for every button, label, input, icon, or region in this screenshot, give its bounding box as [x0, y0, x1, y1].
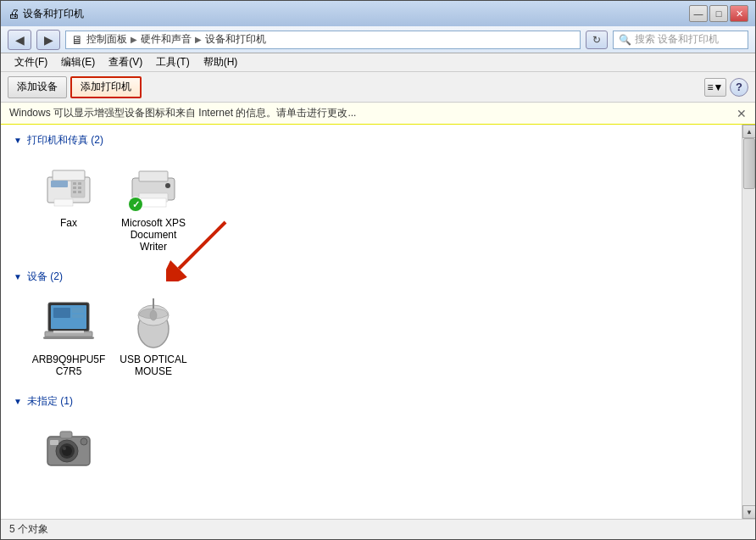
default-badge: ✓	[128, 197, 143, 212]
address-bar: ◀ ▶ 🖥 控制面板 ▶ 硬件和声音 ▶ 设备和打印机 ↻ 🔍 搜索 设备和打印…	[1, 26, 755, 53]
mouse-icon-wrap	[126, 296, 181, 350]
refresh-button[interactable]: ↻	[586, 31, 608, 49]
fax-icon-wrap	[42, 159, 96, 214]
devices-section-header[interactable]: ▼ 设备 (2)	[14, 270, 729, 284]
svg-rect-10	[78, 191, 81, 193]
device-item-camera[interactable]	[31, 417, 107, 482]
notification-text: Windows 可以显示增强型设备图标和来自 Internet 的信息。请单击进…	[9, 106, 356, 120]
svg-point-28	[150, 310, 157, 320]
fax-label: Fax	[60, 217, 77, 229]
status-text: 5 个对象	[9, 522, 48, 537]
menu-view[interactable]: 查看(V)	[102, 53, 149, 71]
devices-section-title: 设备 (2)	[27, 270, 63, 284]
window-icon: 🖨	[8, 7, 19, 20]
xps-label: Microsoft XPSDocumentWriter	[121, 217, 186, 253]
status-bar: 5 个对象	[1, 519, 755, 539]
printers-section-header[interactable]: ▼ 打印机和传真 (2)	[14, 133, 729, 148]
menu-help[interactable]: 帮助(H)	[197, 53, 245, 71]
checkmark-icon: ✓	[129, 198, 142, 211]
breadcrumb-1[interactable]: 控制面板	[86, 32, 127, 47]
unspecified-collapse-icon: ▼	[14, 397, 22, 406]
minimize-button[interactable]: —	[689, 5, 708, 22]
laptop-label: ARB9Q9HPU5FC7R5	[32, 354, 106, 377]
svg-rect-25	[43, 337, 94, 339]
device-item-mouse[interactable]: USB OPTICAL MOUSE	[115, 292, 192, 381]
address-icon: 🖥	[71, 33, 83, 47]
title-bar-left: 🖨 设备和打印机	[8, 7, 84, 21]
svg-point-33	[63, 447, 66, 450]
svg-rect-3	[53, 170, 85, 181]
svg-rect-20	[53, 308, 70, 318]
mouse-label: USB OPTICAL MOUSE	[119, 354, 188, 377]
help-button[interactable]: ?	[730, 78, 748, 97]
svg-rect-34	[60, 431, 72, 438]
svg-point-36	[81, 438, 87, 445]
fax-icon	[44, 164, 93, 209]
svg-rect-12	[54, 199, 73, 206]
search-box[interactable]: 🔍 搜索 设备和打印机	[613, 31, 748, 49]
main-window: 🖨 设备和打印机 — □ ✕ ◀ ▶ 🖥 控制面板 ▶ 硬件和声音 ▶ 设备和打…	[0, 0, 756, 540]
address-path[interactable]: 🖥 控制面板 ▶ 硬件和声音 ▶ 设备和打印机	[65, 31, 581, 49]
back-icon: ◀	[15, 33, 25, 47]
scroll-track[interactable]	[742, 138, 755, 505]
scroll-thumb[interactable]	[743, 138, 755, 189]
breadcrumb-2[interactable]: 硬件和声音	[141, 32, 192, 47]
unspecified-section-header[interactable]: ▼ 未指定 (1)	[14, 394, 729, 409]
view-button[interactable]: ≡ ▼	[704, 78, 726, 97]
svg-rect-35	[50, 440, 58, 445]
device-item-fax[interactable]: Fax	[31, 156, 107, 256]
scroll-down-button[interactable]: ▼	[742, 505, 755, 519]
printers-grid: Fax	[14, 156, 729, 256]
close-button[interactable]: ✕	[730, 5, 748, 22]
scrollbar: ▲ ▼	[742, 125, 755, 519]
breadcrumb-arrow-1: ▶	[131, 35, 137, 44]
breadcrumb-arrow-2: ▶	[195, 35, 202, 44]
breadcrumb-3[interactable]: 设备和打印机	[205, 32, 266, 47]
search-placeholder: 搜索 设备和打印机	[635, 32, 719, 47]
refresh-icon: ↻	[592, 34, 601, 46]
menu-tools[interactable]: 工具(T)	[149, 53, 196, 71]
devices-collapse-icon: ▼	[14, 272, 22, 281]
menu-bar: 文件(F) 编辑(E) 查看(V) 工具(T) 帮助(H)	[1, 53, 755, 72]
svg-rect-14	[139, 171, 168, 181]
device-item-xps[interactable]: ✓ Microsoft XPSDocumentWriter	[115, 156, 192, 256]
window-title: 设备和打印机	[23, 7, 84, 21]
mouse-icon	[132, 297, 175, 349]
view-dropdown-icon: ▼	[714, 81, 724, 93]
device-item-laptop[interactable]: ARB9Q9HPU5FC7R5	[31, 292, 107, 381]
main-content: ▼ 打印机和传真 (2)	[1, 125, 742, 519]
toolbar: 添加设备 添加打印机 ≡ ▼ ?	[1, 72, 755, 103]
svg-point-17	[165, 183, 170, 188]
svg-rect-22	[72, 315, 84, 318]
camera-icon	[43, 425, 94, 470]
unspecified-section-title: 未指定 (1)	[27, 394, 73, 409]
unspecified-grid	[14, 417, 729, 482]
svg-rect-21	[72, 308, 84, 313]
svg-rect-6	[78, 182, 81, 185]
back-button[interactable]: ◀	[8, 30, 31, 50]
notification-close-button[interactable]: ✕	[737, 107, 747, 120]
xps-icon-wrap: ✓	[126, 159, 181, 214]
title-bar: 🖨 设备和打印机 — □ ✕	[1, 1, 755, 26]
devices-grid: ARB9Q9HPU5FC7R5	[14, 292, 729, 381]
menu-file[interactable]: 文件(F)	[8, 53, 54, 71]
svg-rect-16	[141, 198, 166, 207]
forward-button[interactable]: ▶	[36, 30, 60, 50]
laptop-icon-wrap	[42, 296, 96, 350]
forward-icon: ▶	[44, 33, 53, 47]
svg-rect-24	[53, 331, 84, 333]
maximize-button[interactable]: □	[709, 5, 728, 22]
content-area: ▼ 打印机和传真 (2)	[1, 125, 755, 519]
view-icon: ≡	[708, 81, 714, 93]
camera-icon-wrap	[42, 420, 96, 475]
svg-rect-9	[73, 191, 76, 193]
scroll-up-button[interactable]: ▲	[742, 125, 755, 138]
printers-collapse-icon: ▼	[14, 136, 22, 145]
add-printer-button[interactable]: 添加打印机	[70, 76, 142, 98]
printers-section-title: 打印机和传真 (2)	[27, 133, 103, 148]
svg-rect-7	[73, 186, 76, 189]
notification-bar: Windows 可以显示增强型设备图标和来自 Internet 的信息。请单击进…	[1, 103, 755, 125]
laptop-icon	[42, 299, 96, 347]
add-device-button[interactable]: 添加设备	[8, 76, 67, 98]
menu-edit[interactable]: 编辑(E)	[54, 53, 102, 71]
